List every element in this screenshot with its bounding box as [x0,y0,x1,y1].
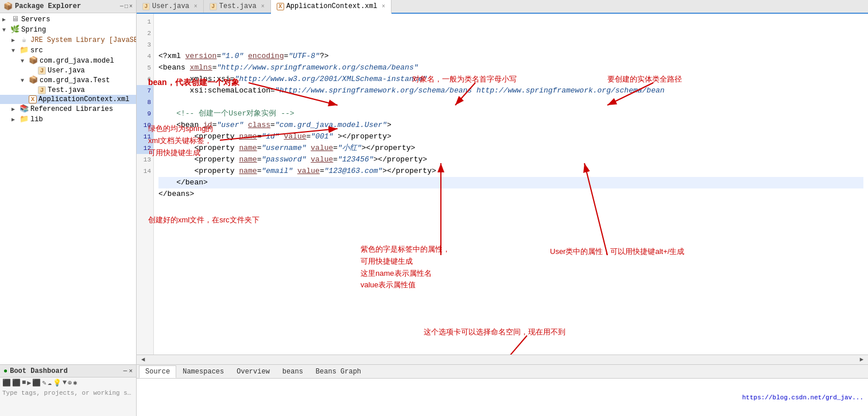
toolbar-btn-5[interactable]: ⬛ [32,379,41,387]
package-explorer-title: Package Explorer [15,2,81,10]
tree-item-reflibs[interactable]: ▶📚Referenced Libraries [0,104,136,114]
tab-usertab[interactable]: J User.java × [137,0,204,13]
code-line-4: xsi:schemaLocation="http://www.springfra… [158,85,863,97]
line-number-14: 14 [137,165,153,177]
boot-minimize-icon[interactable]: ─ [123,368,127,375]
code-area[interactable]: <?xml version="1.0" encoding="UTF-8"?><b… [154,14,868,355]
line-number-4: 4 [137,51,153,62]
tab-icon-usertab: J [142,3,150,10]
tree-area[interactable]: ▶🖥Servers▼🌿Spring▶☕JRE System Library [J… [0,13,136,416]
tree-arrow: ▼ [21,78,29,84]
package-explorer-header: 📦 Package Explorer ─ □ × [0,0,136,13]
tree-label: ApplicationContext.xml [38,95,129,103]
tree-item-lib[interactable]: ▶📁lib [0,114,136,125]
package-icon: 📦 [29,76,38,85]
line-number-13: 13 [137,154,153,165]
code-line-7: <bean id="user" class="com.grd_java.mode… [158,120,863,131]
tab-close-appctxtab[interactable]: × [382,3,385,10]
tree-arrow: ▶ [2,16,10,23]
toolbar-btn-3[interactable]: ■ [22,379,26,387]
line-numbers: 1234567891011121314 [137,14,154,355]
tab-close-usertab[interactable]: × [194,3,197,10]
panel-header-icons: ─ □ × [120,3,133,10]
scrollbar-area: ◄ ► [137,355,868,364]
scroll-right-icon[interactable]: ► [859,356,863,363]
toolbar-btn-9[interactable]: ▼ [63,379,67,387]
tree-label: User.java [48,67,85,75]
toolbar-btn-7[interactable]: ☁ [48,379,52,387]
package-icon: 📦 [29,56,38,66]
bottom-tab-source[interactable]: Source [139,365,176,378]
line-number-6: 6 [137,74,153,85]
boot-close-icon[interactable]: × [129,368,133,375]
code-line-12: </bean> [158,177,863,188]
boot-search-text[interactable]: Type tags, projects, or working set name… [0,388,136,398]
maximize-icon[interactable]: □ [125,3,128,10]
toolbar-btn-2[interactable]: ⬛ [12,379,21,387]
boot-dashboard-title: Boot Dashboard [10,367,68,375]
line-number-8: 8 [137,97,153,108]
main-area: 📦 Package Explorer ─ □ × ▶🖥Servers▼🌿Spri… [0,0,868,416]
tab-label-testtab: Test.java [219,2,257,10]
code-line-6: <!-- 创建一个User对象实例 --> [158,108,863,120]
tree-arrow: ▼ [2,27,10,33]
tab-testtab[interactable]: J Test.java × [204,0,271,13]
editor-content: 1234567891011121314 <?xml version="1.0" … [137,14,868,355]
toolbar-btn-1[interactable]: ⬛ [2,379,11,387]
editor-panel: J User.java × J Test.java × X Applicatio… [137,0,868,416]
line-number-2: 2 [137,28,153,39]
tree-arrow: ▶ [11,106,20,113]
status-bar: https://blog.csdn.net/grd_jav... [137,379,868,416]
tree-item-userjava[interactable]: JUser.java [0,66,136,75]
tree-item-test[interactable]: ▼📦com.grd_java.Test [0,75,136,86]
server-icon: 🖥 [10,15,20,24]
code-line-14 [158,200,863,211]
code-line-3: xmlns:xsi="http://www.w3.org/2001/XMLSch… [158,74,863,85]
tree-item-servers[interactable]: ▶🖥Servers [0,14,136,25]
line-number-9: 9 [137,108,153,120]
tree-label: src [30,47,43,55]
toolbar-btn-6[interactable]: ✎ [42,379,46,387]
minimize-icon[interactable]: ─ [120,3,123,10]
xml-icon: X [29,95,37,103]
line-number-3: 3 [137,39,153,51]
bottom-tab-namespaces[interactable]: Namespaces [176,365,230,378]
close-icon[interactable]: × [129,3,133,10]
tree-item-spring[interactable]: ▼🌿Spring [0,25,136,35]
lib-icon: 📚 [20,105,29,114]
toolbar-btn-10[interactable]: ⊕ [68,379,72,387]
tab-label-usertab: User.java [152,2,189,10]
tree-label: com.grd_java.Test [40,76,110,84]
boot-icon: ● [3,367,7,375]
code-line-5 [158,97,863,108]
java-icon: J [38,86,46,94]
tab-appctxtab[interactable]: X ApplicationContext.xml × [271,0,392,14]
toolbar-btn-8[interactable]: 💡 [53,379,61,387]
tree-arrow: ▼ [21,58,29,64]
toolbar-btn-11[interactable]: ✱ [73,379,77,387]
tree-label: com.grd_java.model [40,57,114,65]
tree-item-testjava[interactable]: JTest.java [0,86,136,95]
bottom-tab-beans[interactable]: beans [276,365,309,378]
code-line-11: <property name="email" value="123@163.co… [158,165,863,177]
app-container: 📦 Package Explorer ─ □ × ▶🖥Servers▼🌿Spri… [0,0,868,416]
code-line-8: <property name="id" value="001" ></prope… [158,131,863,142]
tree-item-jre[interactable]: ▶☕JRE System Library [JavaSE-1.8] [0,35,136,45]
line-number-12: 12 [137,142,153,154]
tree-label: JRE System Library [JavaSE-1.8] [30,36,136,44]
bottom-tab-beansgraph[interactable]: Beans Graph [309,365,367,378]
scroll-left-icon[interactable]: ◄ [141,356,145,363]
bottom-right-panel: SourceNamespacesOverviewbeansBeans Graph… [137,365,868,416]
tree-label: Referenced Libraries [30,105,113,113]
jre-icon: ☕ [20,36,29,45]
toolbar-btn-4[interactable]: ▶ [27,379,31,387]
bottom-tab-overview[interactable]: Overview [230,365,276,378]
project-icon: 🌿 [10,25,20,34]
tree-label: lib [30,115,43,124]
tree-item-appctx[interactable]: XApplicationContext.xml [0,95,136,104]
line-number-11: 11 [137,131,153,142]
code-line-2: <beans xmlns="http://www.springframework… [158,62,863,74]
tree-item-model[interactable]: ▼📦com.grd_java.model [0,56,136,66]
tab-close-testtab[interactable]: × [261,3,265,10]
tree-item-src[interactable]: ▼📁src [0,45,136,56]
